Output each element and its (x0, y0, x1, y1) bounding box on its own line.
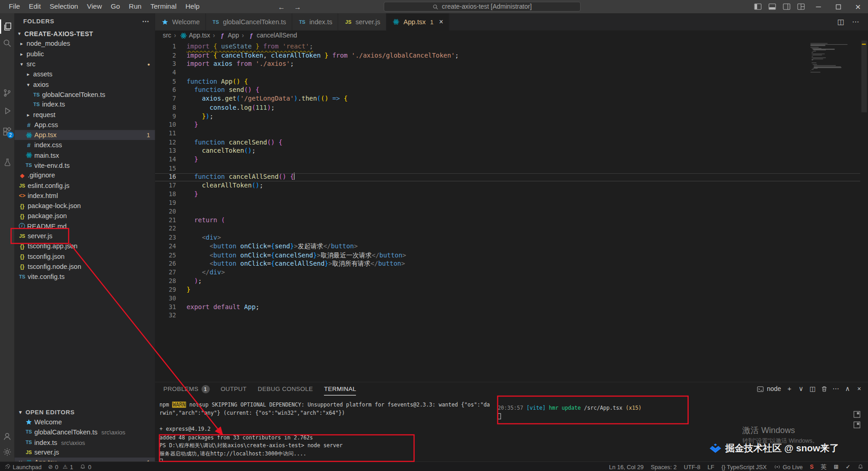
tree-item-tsconfig.app.json[interactable]: {}tsconfig.app.json (14, 241, 155, 252)
close-icon[interactable]: × (439, 18, 443, 26)
more-actions-icon[interactable]: ⋯ (833, 385, 840, 393)
menu-go[interactable]: Go (106, 0, 124, 13)
tree-item-eslint.config.js[interactable]: JSeslint.config.js (14, 181, 155, 191)
tree-item-public[interactable]: ▸public (14, 49, 155, 59)
status-cursor-position[interactable]: Ln 16, Col 29 (609, 463, 644, 470)
code-line-21[interactable]: return ( (187, 216, 806, 225)
code-line-10[interactable]: } (187, 121, 806, 129)
code-line-3[interactable]: import axios from './axios'; (187, 60, 806, 69)
panel-tab-output[interactable]: OUTPUT (221, 382, 247, 396)
maximize-button[interactable] (828, 0, 848, 13)
status-feedback[interactable]: 0 (80, 463, 91, 470)
status-problems-summary[interactable]: ⊘0⚠1 (48, 463, 73, 470)
minimap[interactable] (810, 43, 859, 74)
customize-layout-icon[interactable] (794, 0, 808, 13)
tree-item-package.json[interactable]: {}package.json (14, 211, 155, 221)
code-line-14[interactable]: } (187, 155, 806, 164)
split-editor-icon[interactable]: ◫ (837, 18, 844, 26)
panel-tab-debug-console[interactable]: DEBUG CONSOLE (258, 382, 313, 396)
code-line-13[interactable]: cancelToken(); (187, 147, 806, 155)
activity-source-control[interactable] (0, 86, 14, 100)
tree-item-node_modules[interactable]: ▸node_modules (14, 39, 155, 49)
restore-panel-icon-2[interactable] (854, 422, 861, 428)
status-sass-badge[interactable]: S (810, 464, 814, 470)
activity-search[interactable] (0, 36, 14, 50)
nav-forward-icon[interactable]: → (294, 2, 301, 11)
menu-selection[interactable]: Selection (45, 0, 83, 13)
tree-item-axios[interactable]: ▾axios (14, 80, 155, 90)
breadcrumb-App[interactable]: ƒApp (218, 32, 239, 39)
code-line-7[interactable]: axios.get('/getLongData').then(() => { (187, 95, 806, 103)
tree-item-src[interactable]: ▾src● (14, 59, 155, 69)
code-line-16[interactable]: function cancelAllSend() { (187, 173, 806, 182)
tree-item-index.css[interactable]: #index.css (14, 140, 155, 150)
code-line-31[interactable]: export default App; (187, 303, 806, 312)
terminal-shell-select[interactable]: node (757, 385, 781, 393)
breadcrumb-App.tsx[interactable]: App.tsx (179, 32, 210, 39)
status-encoding[interactable]: UTF-8 (684, 463, 701, 470)
code-line-25[interactable]: <button onClick={cancelSend}>取消最近一次请求</b… (187, 251, 806, 260)
code-line-2[interactable]: import { cancelToken, clearAllToken } fr… (187, 51, 806, 60)
menu-help[interactable]: Help (181, 0, 204, 13)
code-editor[interactable]: 1234567891011121314151617181920212223242… (155, 40, 868, 381)
code-line-12[interactable]: function cancelSend() { (187, 138, 806, 147)
status-go-live[interactable]: Go Live (774, 463, 803, 470)
breadcrumb-cancelAllSend[interactable]: ƒcancelAllSend (247, 32, 297, 39)
tab-Welcome[interactable]: Welcome (155, 13, 206, 31)
tree-item-.gitignore[interactable]: ◆.gitignore (14, 171, 155, 181)
tree-item-request[interactable]: ▸request (14, 110, 155, 120)
toggle-sidebar-icon[interactable] (751, 0, 765, 13)
code-line-32[interactable] (187, 312, 806, 321)
status-ime[interactable]: 英 (821, 463, 827, 471)
activity-settings[interactable] (0, 445, 14, 459)
overview-ruler[interactable] (860, 40, 868, 381)
sidebar-section-header[interactable]: FOLDERS ⋯ (14, 13, 155, 29)
breadcrumb-src[interactable]: src (163, 32, 172, 39)
tab-globalCancelToken.ts[interactable]: TSglobalCancelToken.ts (206, 13, 292, 31)
status-launchpad[interactable]: Launchpad (5, 463, 42, 470)
code-line-26[interactable]: <button onClick={cancelAllSend}>取消所有请求</… (187, 260, 806, 268)
tree-item-index.html[interactable]: <>index.html (14, 191, 155, 201)
tree-item-globalCancelToken.ts[interactable]: TSglobalCancelToken.ts (14, 90, 155, 100)
tab-server.js[interactable]: JSserver.js (338, 13, 386, 31)
activity-explorer[interactable] (0, 19, 14, 33)
tree-item-server.js[interactable]: JSserver.js (14, 231, 155, 241)
tree-item-README.md[interactable]: iREADME.md (14, 221, 155, 231)
open-editor-Welcome[interactable]: Welcome (14, 417, 155, 427)
status-language-mode[interactable]: {} TypeScript JSX (722, 463, 767, 470)
code-line-11[interactable] (187, 129, 806, 138)
more-actions-icon[interactable]: ⋯ (142, 17, 149, 25)
nav-back-icon[interactable]: ← (278, 2, 285, 11)
tree-item-tsconfig.json[interactable]: {}tsconfig.json (14, 252, 155, 262)
panel-tab-problems[interactable]: PROBLEMS1 (163, 382, 210, 396)
new-terminal-icon[interactable]: + (786, 385, 793, 393)
code-line-23[interactable]: <div> (187, 234, 806, 242)
code-line-9[interactable]: }); (187, 112, 806, 121)
menu-terminal[interactable]: Terminal (146, 0, 181, 13)
tree-item-assets[interactable]: ▸assets (14, 69, 155, 79)
open-editors-header[interactable]: ▾ OPEN EDITORS (14, 407, 155, 417)
terminal-left[interactable]: npm WARN notsup SKIPPING OPTIONAL DEPEND… (159, 396, 491, 461)
code-line-6[interactable]: function send() { (187, 86, 806, 95)
open-editor-index.ts[interactable]: TSindex.tssrc\axios (14, 437, 155, 447)
tree-item-App.tsx[interactable]: App.tsx1 (14, 130, 155, 140)
code-line-24[interactable]: <button onClick={send}>发起请求</button> (187, 242, 806, 251)
open-editor-server.js[interactable]: JSserver.js (14, 448, 155, 458)
tree-item-vite.config.ts[interactable]: TSvite.config.ts (14, 272, 155, 282)
minimize-button[interactable] (808, 0, 828, 13)
menu-run[interactable]: Run (124, 0, 146, 13)
tree-item-vite-env.d.ts[interactable]: TSvite-env.d.ts (14, 161, 155, 171)
close-panel-icon[interactable]: × (856, 385, 863, 393)
kill-terminal-icon[interactable] (821, 385, 828, 392)
maximize-panel-icon[interactable]: ∧ (844, 385, 851, 393)
command-center[interactable]: create-axios-test [Administrator] (383, 2, 581, 12)
code-line-28[interactable]: ); (187, 277, 806, 286)
activity-run-debug[interactable] (0, 103, 14, 118)
tab-index.ts[interactable]: TSindex.ts (292, 13, 339, 31)
activity-extensions[interactable]: 2 (0, 124, 14, 139)
toggle-panel-icon[interactable] (765, 0, 779, 13)
tree-item-index.ts[interactable]: TSindex.ts (14, 100, 155, 110)
tree-item-tsconfig.node.json[interactable]: {}tsconfig.node.json (14, 262, 155, 272)
status-notifications[interactable] (857, 464, 863, 470)
panel-tab-terminal[interactable]: TERMINAL (324, 382, 356, 396)
